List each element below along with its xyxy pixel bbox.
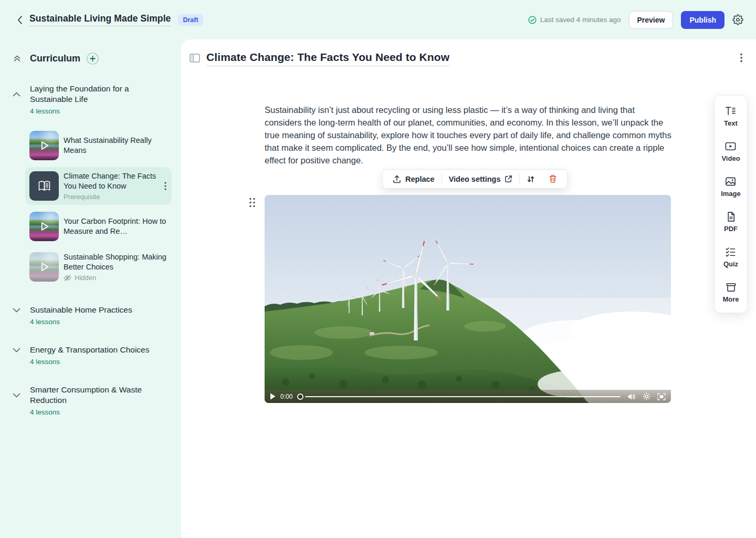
section-lesson-count: 4 lessons bbox=[30, 408, 181, 416]
volume-button[interactable] bbox=[627, 393, 636, 400]
curriculum-section: Sustainable Home Practices 4 lessons bbox=[0, 305, 181, 326]
section-header[interactable]: Smarter Consumption & Waste Reduction bbox=[0, 385, 181, 406]
play-icon bbox=[37, 139, 51, 152]
lesson-menu-button[interactable] bbox=[163, 181, 167, 191]
upload-icon bbox=[393, 175, 401, 183]
course-title[interactable]: Sustainable Living Made Simple bbox=[29, 13, 171, 26]
lesson-item[interactable]: What Sustainability Really Means bbox=[25, 127, 172, 164]
scrubber-handle[interactable] bbox=[297, 394, 303, 400]
palette-label: Video bbox=[721, 154, 740, 162]
lesson-info: Your Carbon Footprint: How to Measure an… bbox=[64, 216, 167, 236]
add-text-block-button[interactable]: Text bbox=[724, 105, 738, 127]
lesson-info: Sustainable Shopping: Making Better Choi… bbox=[64, 252, 167, 282]
add-image-block-button[interactable]: Image bbox=[721, 175, 741, 198]
lesson-item-selected[interactable]: Climate Change: The Facts You Need to Kn… bbox=[25, 167, 172, 205]
add-pdf-block-button[interactable]: PDF bbox=[724, 211, 738, 233]
lesson-intro-paragraph[interactable]: Sustainability isn’t just about recyclin… bbox=[265, 104, 673, 167]
publish-button[interactable]: Publish bbox=[681, 11, 724, 29]
block-drag-handle[interactable] bbox=[248, 197, 256, 208]
kebab-menu-icon bbox=[740, 53, 742, 63]
add-quiz-block-button[interactable]: Quiz bbox=[723, 246, 738, 268]
gear-icon bbox=[732, 14, 743, 25]
section-title: Energy & Transportation Choices bbox=[30, 345, 149, 355]
play-icon bbox=[270, 393, 276, 400]
text-block-icon bbox=[724, 105, 737, 117]
hidden-label: Hidden bbox=[75, 274, 96, 282]
more-blocks-icon bbox=[725, 281, 737, 293]
settings-button[interactable] bbox=[732, 14, 743, 25]
curriculum-section: Laying the Foundation for a Sustainable … bbox=[0, 84, 181, 286]
fullscreen-button[interactable] bbox=[657, 393, 666, 400]
play-button[interactable] bbox=[270, 393, 276, 400]
volume-icon bbox=[627, 393, 636, 400]
lesson-title: What Sustainability Really Means bbox=[64, 136, 167, 156]
lesson-options-button[interactable] bbox=[740, 53, 742, 63]
add-video-block-button[interactable]: Video bbox=[721, 140, 740, 162]
video-thumbnail bbox=[29, 212, 59, 241]
video-controls-right bbox=[627, 392, 666, 400]
curriculum-header: Curriculum bbox=[0, 53, 181, 65]
lesson-title: Sustainable Shopping: Making Better Choi… bbox=[64, 252, 167, 272]
replace-button[interactable]: Replace bbox=[386, 170, 442, 188]
section-lesson-count: 4 lessons bbox=[30, 107, 181, 115]
pdf-block-icon bbox=[725, 211, 737, 223]
section-lesson-count: 4 lessons bbox=[30, 358, 181, 366]
section-header[interactable]: Sustainable Home Practices bbox=[0, 305, 181, 315]
chevron-down-icon[interactable] bbox=[13, 393, 21, 398]
reading-lesson-tile bbox=[29, 171, 59, 201]
chevron-up-icon[interactable] bbox=[13, 92, 21, 97]
video-thumbnail bbox=[29, 131, 59, 160]
collapse-all-button[interactable] bbox=[13, 54, 22, 63]
delete-block-button[interactable] bbox=[542, 170, 564, 188]
more-blocks-button[interactable]: More bbox=[722, 281, 739, 303]
curriculum-sidebar: Curriculum Laying the Foundation for a S… bbox=[0, 39, 181, 538]
palette-label: PDF bbox=[724, 225, 738, 233]
course-editor: Sustainable Living Made Simple Draft Las… bbox=[0, 0, 756, 538]
lesson-meta: Prerequisite bbox=[64, 193, 159, 201]
video-block-icon bbox=[724, 140, 737, 152]
lesson-item[interactable]: Your Carbon Footprint: How to Measure an… bbox=[25, 208, 172, 245]
double-chevron-up-icon bbox=[13, 54, 22, 63]
lesson-item-hidden[interactable]: Sustainable Shopping: Making Better Choi… bbox=[25, 248, 172, 286]
section-title: Laying the Foundation for a Sustainable … bbox=[30, 84, 155, 105]
current-time: 0:00 bbox=[280, 393, 292, 400]
kebab-menu-icon bbox=[164, 182, 166, 190]
play-icon bbox=[37, 220, 51, 233]
chevron-down-icon[interactable] bbox=[13, 308, 21, 313]
lesson-meta: Hidden bbox=[64, 274, 167, 282]
lesson-info: Climate Change: The Facts You Need to Kn… bbox=[64, 171, 159, 201]
progress-track[interactable] bbox=[305, 396, 621, 397]
curriculum-section: Energy & Transportation Choices 4 lesson… bbox=[0, 345, 181, 366]
chevron-down-icon[interactable] bbox=[13, 348, 21, 353]
lesson-title: Your Carbon Footprint: How to Measure an… bbox=[64, 216, 167, 236]
player-settings-button[interactable] bbox=[643, 392, 650, 400]
video-block-toolbar: Replace Video settings bbox=[382, 169, 568, 189]
video-player[interactable]: 0:00 bbox=[265, 195, 671, 403]
quiz-block-icon bbox=[724, 246, 737, 258]
last-saved-text: Last saved 4 minutes ago bbox=[540, 16, 621, 24]
palette-label: More bbox=[722, 295, 739, 303]
toggle-sidebar-button[interactable] bbox=[190, 54, 200, 63]
lesson-info: What Sustainability Really Means bbox=[64, 136, 167, 156]
block-palette: Text Video Image PDF Quiz More bbox=[714, 95, 748, 313]
section-title: Sustainable Home Practices bbox=[30, 305, 132, 315]
image-block-icon bbox=[724, 175, 737, 188]
back-button[interactable] bbox=[13, 13, 27, 27]
trash-icon bbox=[549, 174, 557, 183]
lesson-editor-panel: Climate Change: The Facts You Need to Kn… bbox=[181, 39, 756, 538]
section-header[interactable]: Energy & Transportation Choices bbox=[0, 345, 181, 355]
lesson-page-title[interactable]: Climate Change: The Facts You Need to Kn… bbox=[206, 51, 449, 66]
video-thumbnail bbox=[29, 252, 59, 282]
drag-dots-icon bbox=[248, 197, 256, 208]
curriculum-title: Curriculum bbox=[30, 53, 80, 64]
replace-label: Replace bbox=[405, 175, 435, 183]
section-header[interactable]: Laying the Foundation for a Sustainable … bbox=[0, 84, 181, 105]
eye-off-icon bbox=[64, 274, 71, 282]
video-settings-button[interactable]: Video settings bbox=[442, 170, 520, 188]
lesson-list: What Sustainability Really Means Climate… bbox=[0, 127, 181, 286]
video-settings-label: Video settings bbox=[449, 175, 501, 183]
move-block-button[interactable] bbox=[520, 170, 542, 188]
plus-circle-icon bbox=[87, 53, 99, 65]
preview-button[interactable]: Preview bbox=[629, 11, 674, 29]
add-section-button[interactable] bbox=[87, 53, 99, 65]
